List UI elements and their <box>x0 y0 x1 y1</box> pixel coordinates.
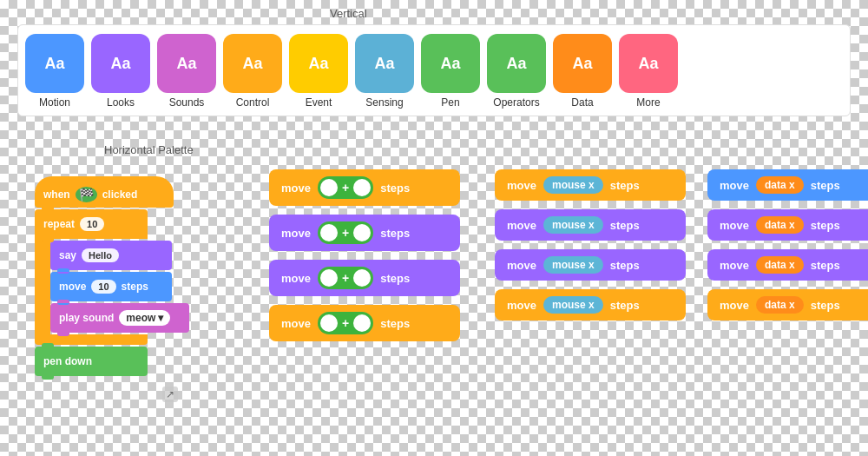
mouse-move-pre-2: move <box>507 219 536 232</box>
resize-handle-icon[interactable]: ↗ <box>162 387 178 402</box>
palette-block-control[interactable]: Aa <box>223 34 282 93</box>
palette-block-pen[interactable]: Aa <box>421 34 480 93</box>
data-move-pre-4: move <box>720 299 749 312</box>
say-block[interactable]: say Hello <box>50 241 172 270</box>
palette-label-sensing: Sensing <box>365 96 403 109</box>
data-move-pre-3: move <box>720 259 749 272</box>
say-value[interactable]: Hello <box>82 248 119 262</box>
pen-label: pen down <box>43 355 92 367</box>
palette-item-looks[interactable]: Aa Looks <box>91 34 150 109</box>
mouse-move-pre-1: move <box>507 179 536 192</box>
toggle-circle-right-2 <box>353 224 371 241</box>
mouse-move-post-2: steps <box>610 219 640 232</box>
toggle-move-block-1[interactable]: move + steps <box>269 169 460 206</box>
data-move-block-2[interactable]: move data x steps <box>707 209 868 241</box>
say-label: say <box>59 249 76 261</box>
dropdown-arrow-icon: ▾ <box>158 312 163 324</box>
palette-block-text-sounds: Aa <box>176 55 196 73</box>
script-area: when 🏁 clicked repeat 10 say H <box>17 169 851 447</box>
palette-block-event[interactable]: Aa <box>289 34 348 93</box>
toggle-circle-left-4 <box>320 314 338 332</box>
data-move-post-4: steps <box>811 299 840 312</box>
toggle-move-block-3[interactable]: move + steps <box>269 260 460 296</box>
palette-items: Aa Motion Aa Looks Aa Sounds Aa Control … <box>25 34 843 109</box>
toggle-switch-1[interactable]: + <box>318 176 373 199</box>
data-move-block-3[interactable]: move data x steps <box>707 249 868 281</box>
c-block-left <box>35 239 50 334</box>
mouse-move-post-1: steps <box>610 179 640 192</box>
mouse-x-pill-2: mouse x <box>543 216 603 234</box>
palette-label-control: Control <box>236 96 270 109</box>
palette-block-text-event: Aa <box>308 55 328 73</box>
palette-container: Aa Motion Aa Looks Aa Sounds Aa Control … <box>17 24 851 116</box>
palette-block-more[interactable]: Aa <box>619 34 678 93</box>
palette-label-data: Data <box>571 96 593 109</box>
palette-block-sensing[interactable]: Aa <box>355 34 414 93</box>
plus-icon-4: + <box>339 316 352 330</box>
mouse-move-block-3[interactable]: move mouse x steps <box>495 249 686 281</box>
pen-block[interactable]: pen down <box>35 347 148 376</box>
data-move-post-3: steps <box>811 259 840 272</box>
toggle-move-post-3: steps <box>380 272 410 285</box>
mouse-move-block-2[interactable]: move mouse x steps <box>495 209 686 241</box>
sound-block[interactable]: play sound meow ▾ <box>50 303 189 333</box>
data-move-post-2: steps <box>811 219 840 232</box>
palette-item-control[interactable]: Aa Control <box>223 34 282 109</box>
data-move-column: move data x steps move data x steps move… <box>707 169 868 321</box>
palette-item-motion[interactable]: Aa Motion <box>25 34 84 109</box>
palette-block-data[interactable]: Aa <box>553 34 612 93</box>
toggle-circle-left-3 <box>320 269 338 287</box>
palette-item-pen[interactable]: Aa Pen <box>421 34 480 109</box>
palette-block-looks[interactable]: Aa <box>91 34 150 93</box>
palette-label-looks: Looks <box>107 96 135 109</box>
sound-dropdown[interactable]: meow ▾ <box>119 310 170 326</box>
palette-label-operators: Operators <box>493 96 539 109</box>
palette-item-more[interactable]: Aa More <box>619 34 678 109</box>
hat-block-when-clicked[interactable]: when 🏁 clicked <box>35 176 174 208</box>
palette-block-text-operators: Aa <box>506 55 526 73</box>
palette-block-text-control: Aa <box>242 55 262 73</box>
toggle-switch-4[interactable]: + <box>318 312 373 334</box>
mouse-move-column: move mouse x steps move mouse x steps mo… <box>495 169 686 321</box>
data-x-pill-2: data x <box>756 216 804 234</box>
hat-clicked-label: clicked <box>102 188 138 201</box>
data-x-pill-4: data x <box>756 296 804 314</box>
repeat-label: repeat <box>43 218 75 230</box>
data-move-block-4[interactable]: move data x steps <box>707 289 868 321</box>
data-move-block-1[interactable]: move data x steps <box>707 169 868 201</box>
toggle-move-block-2[interactable]: move + steps <box>269 215 460 251</box>
toggle-circle-right-1 <box>353 179 371 196</box>
move-value-inner[interactable]: 10 <box>91 280 115 294</box>
plus-icon-1: + <box>339 181 352 195</box>
repeat-value[interactable]: 10 <box>80 217 104 231</box>
mouse-x-pill-4: mouse x <box>543 296 603 314</box>
toggle-move-post-2: steps <box>380 227 410 240</box>
flag-icon: 🏁 <box>76 187 97 202</box>
palette-block-text-sensing: Aa <box>374 55 394 73</box>
repeat-block-top[interactable]: repeat 10 <box>35 209 148 239</box>
mouse-move-block-4[interactable]: move mouse x steps <box>495 289 686 321</box>
toggle-circle-right-4 <box>353 314 371 332</box>
palette-block-sounds[interactable]: Aa <box>157 34 216 93</box>
toggle-switch-2[interactable]: + <box>318 221 373 244</box>
plus-icon-2: + <box>339 226 352 240</box>
palette-item-sounds[interactable]: Aa Sounds <box>157 34 216 109</box>
toggle-switch-3[interactable]: + <box>318 267 373 289</box>
mouse-move-pre-4: move <box>507 299 536 312</box>
move-block-inner[interactable]: move 10 steps <box>50 272 172 301</box>
c-block-repeat: repeat 10 say Hello move <box>35 209 189 345</box>
mouse-x-pill-3: mouse x <box>543 256 603 274</box>
palette-block-text-motion: Aa <box>44 55 64 73</box>
mouse-move-block-1[interactable]: move mouse x steps <box>495 169 686 201</box>
scratch-stack: when 🏁 clicked repeat 10 say H <box>35 176 189 376</box>
palette-block-operators[interactable]: Aa <box>487 34 546 93</box>
palette-item-event[interactable]: Aa Event <box>289 34 348 109</box>
toggle-move-column: move + steps move + steps move + <box>269 169 460 341</box>
palette-item-operators[interactable]: Aa Operators <box>487 34 546 109</box>
palette-item-sensing[interactable]: Aa Sensing <box>355 34 414 109</box>
palette-label-more: More <box>636 96 660 109</box>
toggle-move-block-4[interactable]: move + steps <box>269 305 460 341</box>
palette-block-motion[interactable]: Aa <box>25 34 84 93</box>
palette-block-text-data: Aa <box>572 55 592 73</box>
palette-item-data[interactable]: Aa Data <box>553 34 612 109</box>
